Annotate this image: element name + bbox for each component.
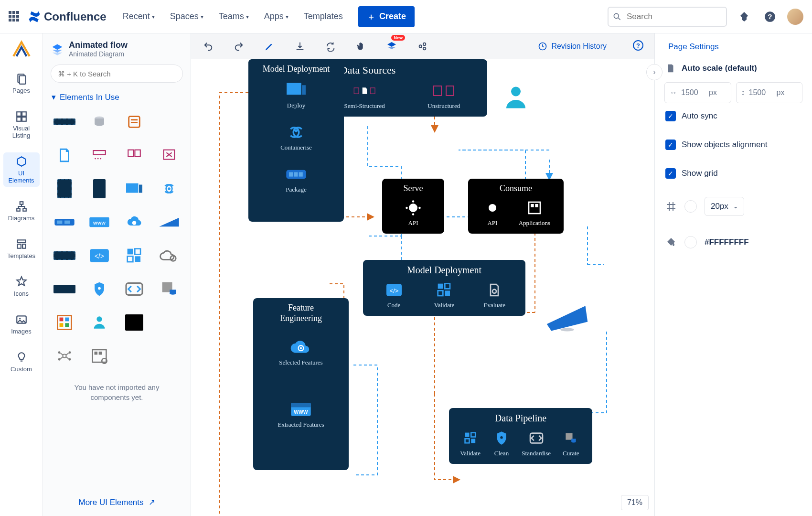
collapse-panel-button[interactable]: › bbox=[646, 64, 662, 80]
element-item[interactable] bbox=[85, 343, 114, 369]
auto-sync-checkbox[interactable]: ✓ bbox=[665, 111, 676, 121]
svg-rect-91 bbox=[535, 204, 538, 207]
element-item[interactable] bbox=[155, 243, 184, 269]
new-badge: New bbox=[391, 35, 405, 41]
nav-apps[interactable]: Apps▾ bbox=[258, 8, 294, 25]
download-button[interactable] bbox=[293, 40, 307, 53]
revision-history-link[interactable]: Revision History bbox=[538, 42, 607, 51]
layers-button[interactable]: New bbox=[385, 40, 398, 53]
rail-icons[interactable]: Icons bbox=[3, 273, 40, 300]
undo-button[interactable] bbox=[202, 40, 215, 53]
element-item[interactable] bbox=[50, 209, 79, 235]
svg-rect-105 bbox=[471, 433, 475, 437]
monitor-icon[interactable] bbox=[545, 298, 590, 334]
panel-title: Animated flow bbox=[69, 40, 128, 50]
element-item[interactable] bbox=[155, 109, 184, 135]
element-item[interactable] bbox=[120, 109, 149, 135]
nav-templates[interactable]: Templates bbox=[298, 8, 349, 25]
element-item[interactable] bbox=[50, 310, 79, 335]
svg-rect-106 bbox=[465, 439, 469, 443]
rail-visual-listing[interactable]: Visual Listing bbox=[3, 108, 40, 142]
box-serve[interactable]: Serve API bbox=[382, 179, 444, 234]
height-input[interactable] bbox=[749, 88, 773, 97]
element-item[interactable] bbox=[155, 276, 184, 302]
element-item[interactable] bbox=[50, 243, 79, 269]
rail-diagrams[interactable]: Diagrams bbox=[3, 197, 40, 225]
alignment-checkbox[interactable]: ✓ bbox=[665, 140, 676, 150]
element-item[interactable] bbox=[50, 343, 79, 369]
element-item[interactable] bbox=[85, 176, 114, 202]
elements-panel: Animated flow Animated Diagram ▾ Element… bbox=[43, 33, 191, 516]
box-model-deployment-mid[interactable]: Model Deployment </>Code Validate Evalua… bbox=[363, 260, 525, 316]
pen-button[interactable] bbox=[263, 40, 276, 53]
app-logo[interactable] bbox=[11, 39, 32, 59]
user-icon[interactable] bbox=[502, 83, 530, 112]
left-rail: Pages Visual Listing UI Elements Diagram… bbox=[0, 33, 43, 516]
element-item[interactable] bbox=[50, 276, 79, 302]
box-model-deployment-left[interactable]: Model Deployment Deploy Containerise Pac… bbox=[248, 59, 344, 222]
element-item[interactable] bbox=[155, 176, 184, 202]
notifications-icon[interactable] bbox=[736, 8, 753, 25]
confluence-logo[interactable]: Confluence bbox=[28, 10, 107, 23]
apps-switcher-icon[interactable] bbox=[9, 11, 20, 22]
element-item[interactable] bbox=[120, 142, 149, 168]
element-item[interactable] bbox=[85, 310, 114, 335]
element-item[interactable]: WWW bbox=[85, 209, 114, 235]
element-item[interactable] bbox=[120, 209, 149, 235]
canvas[interactable]: Data Sources Structured Semi-Structured … bbox=[191, 59, 654, 516]
zoom-indicator[interactable]: 71% bbox=[621, 495, 649, 510]
svg-point-87 bbox=[418, 207, 421, 209]
box-data-pipeline[interactable]: Data Pipeline Validate Clean Standardise… bbox=[449, 408, 592, 464]
rail-custom[interactable]: Custom bbox=[3, 348, 40, 376]
grid-color-chip[interactable] bbox=[684, 200, 697, 213]
element-item[interactable] bbox=[120, 310, 149, 335]
element-item[interactable] bbox=[120, 243, 149, 269]
element-item[interactable] bbox=[155, 310, 184, 335]
element-item[interactable] bbox=[85, 109, 114, 135]
product-name: Confluence bbox=[44, 10, 107, 23]
element-item[interactable] bbox=[155, 209, 184, 235]
hand-button[interactable] bbox=[354, 40, 368, 53]
rail-pages[interactable]: Pages bbox=[3, 70, 40, 97]
svg-rect-41 bbox=[128, 249, 133, 255]
rail-templates[interactable]: Templates bbox=[3, 235, 40, 262]
box-feature-engineering[interactable]: FeatureEngineering Selected Features WWW… bbox=[253, 298, 349, 470]
element-item[interactable] bbox=[50, 176, 79, 202]
bg-color-chip[interactable] bbox=[684, 236, 697, 248]
help-icon[interactable]: ? bbox=[761, 8, 779, 25]
right-panel-title[interactable]: Page Settings bbox=[664, 40, 802, 58]
create-button[interactable]: ＋Create bbox=[358, 6, 415, 27]
svg-rect-75 bbox=[434, 86, 441, 96]
nav-teams[interactable]: Teams▾ bbox=[213, 8, 255, 25]
rail-images[interactable]: Images bbox=[3, 311, 40, 338]
user-avatar[interactable] bbox=[787, 9, 803, 25]
element-item[interactable] bbox=[120, 176, 149, 202]
elements-search-input[interactable] bbox=[51, 64, 183, 83]
element-item[interactable] bbox=[120, 276, 149, 302]
svg-rect-95 bbox=[445, 284, 450, 289]
width-input[interactable] bbox=[681, 88, 705, 97]
redo-button[interactable] bbox=[232, 40, 246, 53]
element-item[interactable] bbox=[50, 142, 79, 168]
box-consume[interactable]: Consume API Applications bbox=[468, 179, 564, 234]
element-item[interactable] bbox=[85, 142, 114, 168]
svg-rect-10 bbox=[20, 202, 23, 204]
elements-section-toggle[interactable]: ▾ Elements In Use bbox=[43, 86, 191, 106]
search-input[interactable] bbox=[608, 7, 727, 27]
sync-button[interactable] bbox=[324, 40, 337, 53]
share-button[interactable] bbox=[416, 40, 429, 53]
element-item[interactable] bbox=[50, 109, 79, 135]
element-item[interactable] bbox=[85, 276, 114, 302]
grid-checkbox[interactable]: ✓ bbox=[665, 168, 676, 179]
chevron-down-icon: ▾ bbox=[201, 13, 203, 20]
svg-rect-63 bbox=[94, 352, 97, 355]
nav-recent[interactable]: Recent▾ bbox=[117, 8, 160, 25]
element-item[interactable]: </> bbox=[85, 243, 114, 269]
grid-size-select[interactable]: 20px⌄ bbox=[705, 197, 744, 216]
more-elements-link[interactable]: More UI Elements ↗ bbox=[78, 497, 155, 507]
help-button[interactable]: ? bbox=[632, 40, 644, 53]
rail-ui-elements[interactable]: UI Elements bbox=[3, 152, 40, 187]
nav-spaces[interactable]: Spaces▾ bbox=[164, 8, 209, 25]
width-input-wrap: ↔ px bbox=[664, 82, 731, 103]
element-item[interactable] bbox=[155, 142, 184, 168]
